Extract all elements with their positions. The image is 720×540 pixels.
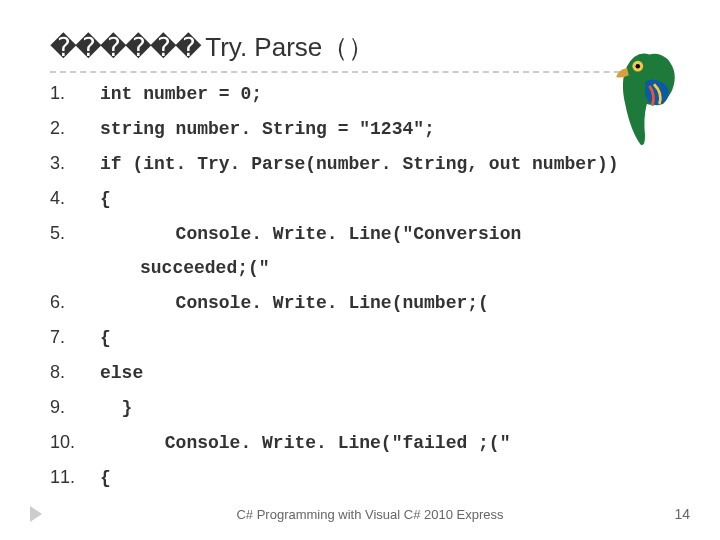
code-line: 8. else xyxy=(50,362,670,383)
line-number: 6. xyxy=(50,292,100,313)
code-line: 3. if (int. Try. Parse(number. String, o… xyxy=(50,153,670,174)
title-prefix: ������ xyxy=(50,32,205,62)
slide: ������ Try. Parse（） 1. int number = 0; 2… xyxy=(0,0,720,540)
slide-title: ������ Try. Parse（） xyxy=(50,30,670,73)
line-code: else xyxy=(100,363,143,383)
line-code: string number. String = "1234"; xyxy=(100,119,435,139)
line-code: if (int. Try. Parse(number. String, out … xyxy=(100,154,618,174)
line-code: int number = 0; xyxy=(100,84,262,104)
line-code: Console. Write. Line("Conversion xyxy=(100,224,521,244)
line-number: 2. xyxy=(50,118,100,139)
line-code: Console. Write. Line("failed ;(" xyxy=(100,433,510,453)
line-code: Console. Write. Line(number;( xyxy=(100,293,489,313)
svg-point-1 xyxy=(636,64,641,68)
code-line: 11. { xyxy=(50,467,670,488)
code-line: 6. Console. Write. Line(number;( xyxy=(50,292,670,313)
footer-text: C# Programming with Visual C# 2010 Expre… xyxy=(236,507,503,522)
line-number: 4. xyxy=(50,188,100,209)
code-listing: 1. int number = 0; 2. string number. Str… xyxy=(50,83,670,488)
nav-triangle-icon xyxy=(30,506,42,522)
code-line: 4. { xyxy=(50,188,670,209)
code-line: 1. int number = 0; xyxy=(50,83,670,104)
line-number: 1. xyxy=(50,83,100,104)
code-line: 5. Console. Write. Line("Conversion xyxy=(50,223,670,244)
line-number: 9. xyxy=(50,397,100,418)
line-number: 7. xyxy=(50,327,100,348)
line-number: 11. xyxy=(50,467,100,488)
title-main: Try. Parse（） xyxy=(205,32,374,62)
line-number: 3. xyxy=(50,153,100,174)
page-number: 14 xyxy=(674,506,690,522)
code-line-continuation: succeeded;(" xyxy=(140,258,670,278)
code-line: 9. } xyxy=(50,397,670,418)
line-code: { xyxy=(100,468,111,488)
line-number: 5. xyxy=(50,223,100,244)
line-number: 10. xyxy=(50,432,100,453)
code-line: 7. { xyxy=(50,327,670,348)
code-line: 10. Console. Write. Line("failed ;(" xyxy=(50,432,670,453)
parrot-icon xyxy=(600,40,690,150)
line-code: { xyxy=(100,328,111,348)
line-number: 8. xyxy=(50,362,100,383)
line-code: } xyxy=(100,398,132,418)
code-line: 2. string number. String = "1234"; xyxy=(50,118,670,139)
line-code: { xyxy=(100,189,111,209)
slide-footer: C# Programming with Visual C# 2010 Expre… xyxy=(50,507,690,522)
